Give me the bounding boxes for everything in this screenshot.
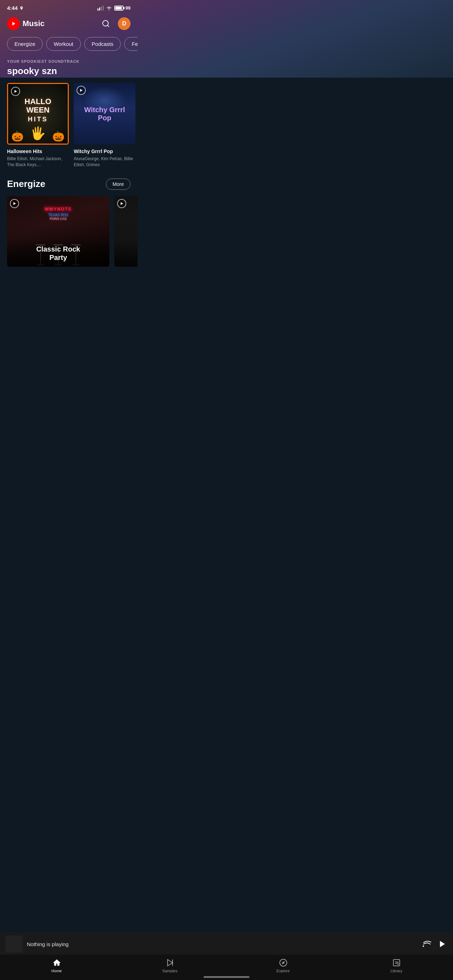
- energize-header: Energize More: [7, 178, 130, 190]
- spooky-title: spooky szn: [7, 65, 130, 76]
- energize-title: Energize: [7, 178, 45, 189]
- status-bar: 4:44 99: [0, 0, 138, 14]
- svg-rect-2: [101, 6, 102, 11]
- card-title-halloween: Halloween Hits: [7, 148, 69, 154]
- header-actions: D: [100, 17, 130, 30]
- card-image-classic-rock: WMYNOTS TEXAS RDS PARIS CAS: [7, 196, 110, 267]
- avatar[interactable]: D: [118, 17, 130, 30]
- play-icon: [14, 90, 17, 93]
- pumped-title-overlay: Get Pumped:Rock Anthems: [114, 240, 138, 267]
- wifi-icon: [106, 6, 112, 11]
- status-time: 4:44: [7, 5, 24, 11]
- card-halloween-hits[interactable]: HALLOWEENHITS 🎃 🖐️ 🎃 Halloween Hits Bil: [7, 83, 69, 168]
- svg-rect-0: [97, 8, 99, 11]
- card-title-witchy: Witchy Grrrl Pop: [74, 148, 135, 154]
- card-image-witchy: Witchy Grrrl Pop: [74, 83, 135, 145]
- card-image-halloween-hits: HALLOWEENHITS 🎃 🖐️ 🎃: [7, 83, 69, 145]
- signal-icon: [97, 6, 104, 11]
- spooky-cards-row: HALLOWEENHITS 🎃 🖐️ 🎃 Halloween Hits Bil: [0, 83, 138, 168]
- svg-marker-6: [80, 89, 83, 92]
- svg-rect-1: [99, 7, 100, 11]
- logo: Music: [7, 17, 45, 30]
- youtube-music-logo: [7, 17, 20, 30]
- svg-marker-8: [13, 202, 16, 205]
- spooky-subtitle: YOUR SPOOKIEST SOUNDTRACK: [7, 59, 130, 64]
- classic-rock-title-overlay: Classic RockParty: [7, 240, 110, 267]
- play-icon: [13, 202, 16, 205]
- play-icon: [79, 89, 83, 92]
- chip-energize[interactable]: Energize: [7, 37, 43, 51]
- search-icon: [102, 19, 110, 28]
- card-subtitle-halloween: Billie Eilish, Michael Jackson, The Blac…: [7, 156, 69, 168]
- card-subtitle-witchy: AlunaGeorge, Kim Petras, Billie Eilish, …: [74, 156, 135, 168]
- energize-section: Energize More WMYNOTS TEXAS RDS PARIS CA…: [0, 172, 138, 270]
- energize-cards-row: WMYNOTS TEXAS RDS PARIS CAS: [0, 196, 138, 267]
- play-logo-icon: [10, 21, 17, 27]
- svg-rect-3: [103, 6, 104, 11]
- chip-podcasts[interactable]: Podcasts: [84, 37, 121, 51]
- card-classic-rock[interactable]: WMYNOTS TEXAS RDS PARIS CAS: [7, 196, 110, 267]
- energize-more-button[interactable]: More: [106, 178, 130, 190]
- chip-feelgood[interactable]: Feel good: [124, 37, 138, 51]
- chip-workout[interactable]: Workout: [46, 37, 81, 51]
- card-get-pumped[interactable]: 🎸 Get Pumped:Rock Anthems: [114, 196, 138, 267]
- mood-chips-row: Energize Workout Podcasts Feel good: [0, 37, 138, 59]
- app-name: Music: [22, 19, 45, 28]
- card-image-pumped: 🎸 Get Pumped:Rock Anthems: [114, 196, 138, 267]
- spooky-section: YOUR SPOOKIEST SOUNDTRACK spooky szn HAL…: [0, 59, 138, 172]
- svg-marker-5: [14, 90, 17, 93]
- search-button[interactable]: [100, 17, 112, 30]
- status-icons: 99: [97, 5, 130, 11]
- play-icon: [120, 202, 124, 205]
- svg-marker-9: [121, 202, 123, 205]
- location-icon: [19, 6, 24, 10]
- app-header: Music D: [0, 14, 138, 37]
- svg-point-4: [103, 21, 108, 26]
- card-witchy[interactable]: Witchy Grrrl Pop Witchy Grrrl Pop AlunaG…: [74, 83, 135, 168]
- battery-icon: [114, 6, 124, 11]
